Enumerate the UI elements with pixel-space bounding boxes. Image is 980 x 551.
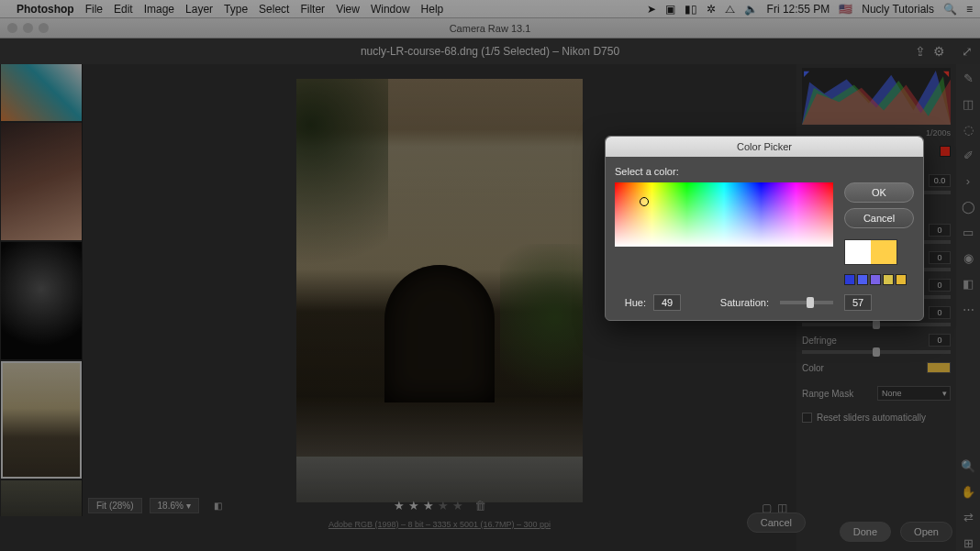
star-icon[interactable]: ★ bbox=[408, 499, 419, 512]
menu-edit[interactable]: Edit bbox=[114, 3, 133, 16]
volume-icon[interactable]: 🔈 bbox=[744, 3, 758, 16]
menu-help[interactable]: Help bbox=[421, 3, 444, 16]
saturation-slider[interactable] bbox=[780, 301, 833, 304]
brush-tool-icon[interactable]: › bbox=[960, 172, 976, 189]
hue-input[interactable]: 49 bbox=[653, 294, 681, 311]
histogram[interactable]: ◤ ◥ bbox=[802, 68, 951, 125]
document-header: nucly-LR-course-68.dng (1/5 Selected) – … bbox=[0, 39, 980, 64]
star-icon[interactable]: ★ bbox=[423, 499, 434, 512]
star-icon[interactable]: ★ bbox=[438, 499, 449, 512]
cc-icon[interactable]: ✲ bbox=[707, 3, 716, 16]
thumbnail[interactable] bbox=[1, 64, 82, 121]
settings-icon[interactable]: ⚙ bbox=[933, 44, 945, 59]
done-button[interactable]: Done bbox=[840, 522, 891, 542]
shadow-clip-icon[interactable]: ◤ bbox=[804, 70, 809, 78]
menu-window[interactable]: Window bbox=[371, 3, 410, 16]
macos-menubar: Photoshop File Edit Image Layer Type Sel… bbox=[0, 0, 980, 18]
minimize-window-icon[interactable] bbox=[23, 23, 33, 33]
location-icon[interactable]: ➤ bbox=[647, 3, 656, 16]
eyedropper-tool-icon[interactable]: ✐ bbox=[960, 147, 976, 163]
preset-swatch[interactable] bbox=[870, 274, 881, 285]
ok-button[interactable]: OK bbox=[844, 182, 914, 203]
thumbnail[interactable] bbox=[1, 480, 82, 516]
menu-type[interactable]: Type bbox=[224, 3, 248, 16]
defringe-label: Defringe bbox=[802, 336, 837, 346]
menubar-account[interactable]: Nucly Tutorials bbox=[862, 3, 934, 16]
traffic-lights[interactable] bbox=[7, 23, 49, 33]
preset-swatch[interactable] bbox=[857, 274, 868, 285]
crop-tool-icon[interactable]: ◫ bbox=[960, 95, 976, 112]
image-info-link[interactable]: Adobe RGB (1998) – 8 bit – 3335 x 5001 (… bbox=[83, 516, 796, 533]
app-name[interactable]: Photoshop bbox=[17, 3, 74, 16]
range-mask-label: Range Mask bbox=[802, 389, 853, 399]
window-title: Camera Raw 13.1 bbox=[450, 23, 531, 34]
saturation-value[interactable]: 0 bbox=[929, 224, 951, 237]
preset-swatch[interactable] bbox=[844, 274, 855, 285]
thumbnail[interactable] bbox=[1, 242, 82, 359]
hue-value[interactable]: 0.0 bbox=[929, 174, 951, 187]
gradient-tool-icon[interactable]: ▭ bbox=[960, 224, 976, 240]
color-spectrum[interactable] bbox=[615, 182, 833, 247]
trash-icon[interactable]: 🗑 bbox=[474, 499, 486, 512]
preset-swatch[interactable] bbox=[883, 274, 894, 285]
battery-icon[interactable]: ▮▯ bbox=[685, 3, 697, 16]
spectrum-picker-icon[interactable] bbox=[640, 197, 649, 206]
edit-tool-icon[interactable]: ✎ bbox=[960, 70, 976, 86]
rating-bar: ★ ★ ★ ★ ★ 🗑 bbox=[83, 494, 796, 516]
menu-filter[interactable]: Filter bbox=[300, 3, 325, 16]
menu-view[interactable]: View bbox=[336, 3, 360, 16]
menu-select[interactable]: Select bbox=[259, 3, 289, 16]
defringe-slider[interactable] bbox=[802, 350, 951, 354]
flag-icon[interactable]: 🇺🇸 bbox=[839, 3, 852, 16]
wifi-icon[interactable]: ⧍ bbox=[725, 3, 735, 16]
star-icon[interactable]: ★ bbox=[394, 499, 405, 512]
more-icon[interactable]: ⋯ bbox=[960, 301, 976, 317]
cancel-button[interactable]: Cancel bbox=[747, 512, 806, 533]
hamburger-icon[interactable]: ≡ bbox=[966, 3, 973, 16]
reset-sliders-label: Reset sliders automatically bbox=[817, 413, 926, 423]
color-compare-swatch bbox=[844, 239, 897, 265]
color-swatch[interactable] bbox=[927, 362, 951, 373]
spotlight-icon[interactable]: 🔍 bbox=[943, 3, 957, 16]
close-window-icon[interactable] bbox=[7, 23, 17, 33]
star-icon[interactable]: ★ bbox=[452, 499, 463, 512]
saturation-input[interactable]: 57 bbox=[844, 294, 872, 311]
expand-icon[interactable]: ⤢ bbox=[962, 44, 973, 59]
thumbnail[interactable] bbox=[1, 123, 82, 240]
defringe-value[interactable]: 0 bbox=[929, 334, 951, 347]
grid-tool-icon[interactable]: ⊞ bbox=[960, 534, 976, 551]
zoom-window-icon[interactable] bbox=[39, 23, 49, 33]
moire-value[interactable]: 0 bbox=[929, 306, 951, 319]
toggle-tool-icon[interactable]: ⇄ bbox=[960, 509, 976, 525]
highlight-clip-icon[interactable]: ◥ bbox=[943, 70, 949, 78]
reset-sliders-checkbox[interactable] bbox=[802, 413, 812, 423]
color-picker-prompt: Select a color: bbox=[615, 166, 914, 177]
screen-record-icon[interactable]: ▣ bbox=[665, 3, 675, 16]
color-label: Color bbox=[802, 363, 824, 373]
menu-layer[interactable]: Layer bbox=[185, 3, 213, 16]
filmstrip[interactable] bbox=[0, 64, 83, 516]
hand-tool-icon[interactable]: ✋ bbox=[960, 483, 976, 500]
sharpness-value[interactable]: 0 bbox=[929, 251, 951, 264]
open-button[interactable]: Open bbox=[900, 522, 952, 542]
range-mask-select[interactable]: None▾ bbox=[877, 386, 951, 401]
noise-value[interactable]: 0 bbox=[929, 279, 951, 292]
moire-slider[interactable] bbox=[802, 323, 951, 326]
menubar-clock[interactable]: Fri 12:55 PM bbox=[767, 3, 830, 16]
radial-tool-icon[interactable]: ◯ bbox=[960, 198, 976, 215]
saturation-label: Saturation: bbox=[714, 297, 769, 308]
preset-swatches bbox=[844, 274, 914, 285]
zoom-tool-icon[interactable]: 🔍 bbox=[960, 457, 976, 474]
thumbnail-selected[interactable] bbox=[1, 361, 82, 479]
menu-image[interactable]: Image bbox=[144, 3, 174, 16]
document-filename: nucly-LR-course-68.dng (1/5 Selected) – … bbox=[361, 45, 619, 58]
tool-rail: ✎ ◫ ◌ ✐ › ◯ ▭ ◉ ◧ ⋯ 🔍 ✋ ⇄ ⊞ bbox=[956, 64, 980, 551]
redeye-tool-icon[interactable]: ◉ bbox=[960, 249, 976, 266]
preset-swatch[interactable] bbox=[896, 274, 907, 285]
presets-icon[interactable]: ◧ bbox=[960, 275, 976, 292]
share-icon[interactable]: ⇪ bbox=[915, 44, 926, 59]
heal-tool-icon[interactable]: ◌ bbox=[960, 121, 976, 138]
cancel-button[interactable]: Cancel bbox=[844, 208, 914, 228]
menu-file[interactable]: File bbox=[85, 3, 103, 16]
overlay-swatch[interactable] bbox=[940, 146, 951, 157]
